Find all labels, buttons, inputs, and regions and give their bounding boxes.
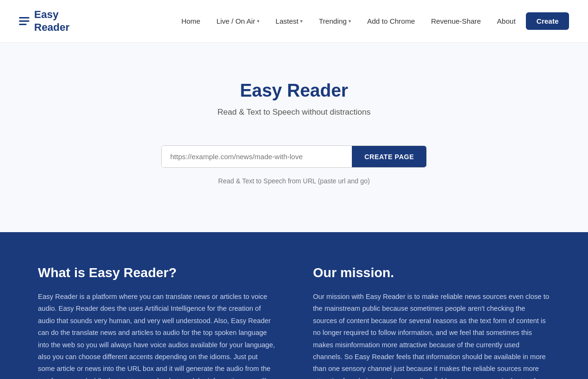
mission-col: Our mission. Our mission with Easy Reade… bbox=[313, 265, 550, 379]
nav-home[interactable]: Home bbox=[175, 13, 206, 29]
what-is-col: What is Easy Reader? Easy Reader is a pl… bbox=[38, 265, 275, 379]
hero-subtitle: Read & Text to Speech without distractio… bbox=[19, 108, 569, 117]
nav-links: Home Live / On Air ▾ Lastest ▾ Trending … bbox=[175, 12, 569, 30]
brand-icon bbox=[19, 17, 29, 25]
brand-logo[interactable]: Easy Reader bbox=[19, 9, 70, 34]
chevron-down-icon: ▾ bbox=[257, 18, 259, 24]
nav-create-button[interactable]: Create bbox=[526, 12, 569, 30]
nav-about[interactable]: About bbox=[491, 13, 521, 29]
hero-section: Easy Reader Read & Text to Speech withou… bbox=[0, 43, 588, 232]
hero-hint: Read & Text to Speech from URL (paste ur… bbox=[19, 177, 569, 185]
navbar: Easy Reader Home Live / On Air ▾ Lastest… bbox=[0, 0, 588, 43]
brand-name: Easy Reader bbox=[34, 9, 70, 34]
mission-body: Our mission with Easy Reader is to make … bbox=[313, 291, 550, 379]
create-page-button[interactable]: CREATE PAGE bbox=[352, 146, 426, 167]
url-input-bar: CREATE PAGE bbox=[161, 145, 427, 168]
nav-revenue[interactable]: Revenue-Share bbox=[425, 13, 487, 29]
nav-trending[interactable]: Trending ▾ bbox=[313, 13, 357, 29]
what-is-heading: What is Easy Reader? bbox=[38, 265, 275, 280]
what-is-body: Easy Reader is a platform where you can … bbox=[38, 291, 275, 379]
nav-add-chrome[interactable]: Add to Chrome bbox=[361, 13, 421, 29]
nav-live[interactable]: Live / On Air ▾ bbox=[211, 13, 265, 29]
chevron-down-icon: ▾ bbox=[349, 18, 351, 24]
nav-lastest[interactable]: Lastest ▾ bbox=[270, 13, 308, 29]
url-input[interactable] bbox=[162, 146, 352, 167]
chevron-down-icon: ▾ bbox=[300, 18, 303, 24]
mission-heading: Our mission. bbox=[313, 265, 550, 280]
content-section: What is Easy Reader? Easy Reader is a pl… bbox=[0, 232, 588, 379]
hero-title: Easy Reader bbox=[19, 81, 569, 101]
